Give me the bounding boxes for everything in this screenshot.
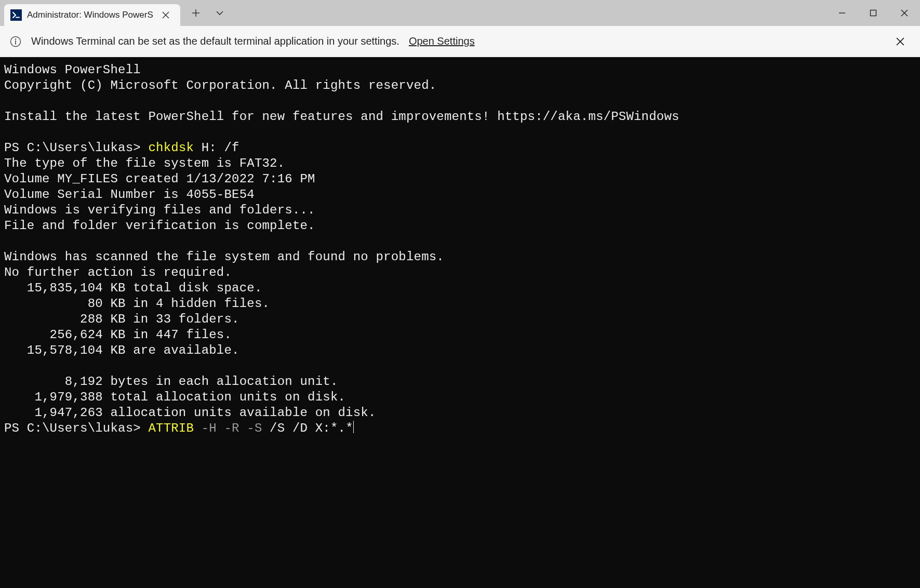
command-args: /S /D X:*.* bbox=[262, 421, 353, 435]
command-name: chkdsk bbox=[148, 141, 194, 155]
svg-point-10 bbox=[15, 38, 16, 39]
terminal-line: File and folder verification is complete… bbox=[4, 218, 916, 234]
terminal-line: PS C:\Users\lukas> chkdsk H: /f bbox=[4, 140, 916, 156]
infobar-message: Windows Terminal can be set as the defau… bbox=[31, 35, 399, 47]
tab-powershell[interactable]: Administrator: Windows PowerS bbox=[4, 4, 180, 26]
terminal-line bbox=[4, 358, 916, 374]
open-settings-link[interactable]: Open Settings bbox=[409, 35, 475, 47]
terminal-line bbox=[4, 234, 916, 249]
terminal-line: 288 KB in 33 folders. bbox=[4, 312, 916, 327]
terminal-line: 80 KB in 4 hidden files. bbox=[4, 296, 916, 312]
svg-rect-6 bbox=[871, 10, 876, 16]
prompt: PS C:\Users\lukas> bbox=[4, 421, 148, 435]
infobar: Windows Terminal can be set as the defau… bbox=[0, 26, 920, 57]
terminal-line: PS C:\Users\lukas> ATTRIB -H -R -S /S /D… bbox=[4, 421, 916, 436]
powershell-icon bbox=[10, 9, 22, 21]
infobar-close-button[interactable] bbox=[890, 31, 911, 52]
window-controls bbox=[826, 0, 920, 26]
window-close-button[interactable] bbox=[889, 0, 920, 26]
terminal-line: Windows is verifying files and folders..… bbox=[4, 203, 916, 218]
terminal-line: Volume MY_FILES created 1/13/2022 7:16 P… bbox=[4, 171, 916, 187]
terminal-line: Windows has scanned the file system and … bbox=[4, 249, 916, 265]
tab-actions bbox=[180, 0, 231, 26]
terminal-line: No further action is required. bbox=[4, 265, 916, 280]
tab-close-button[interactable] bbox=[158, 8, 173, 22]
terminal-line: Install the latest PowerShell for new fe… bbox=[4, 109, 916, 125]
terminal-line: 8,192 bytes in each allocation unit. bbox=[4, 374, 916, 390]
terminal-line: 1,979,388 total allocation units on disk… bbox=[4, 390, 916, 405]
terminal-line: 1,947,263 allocation units available on … bbox=[4, 405, 916, 421]
terminal-line: Windows PowerShell bbox=[4, 62, 916, 78]
terminal-line: Volume Serial Number is 4055-BE54 bbox=[4, 187, 916, 203]
terminal-line bbox=[4, 125, 916, 140]
titlebar-drag-area[interactable] bbox=[231, 0, 826, 26]
terminal-line: The type of the file system is FAT32. bbox=[4, 156, 916, 171]
terminal-line: 15,578,104 KB are available. bbox=[4, 343, 916, 358]
tab-title: Administrator: Windows PowerS bbox=[27, 10, 153, 20]
tabstrip: Administrator: Windows PowerS bbox=[0, 0, 180, 26]
maximize-button[interactable] bbox=[858, 0, 889, 26]
terminal-line: Copyright (C) Microsoft Corporation. All… bbox=[4, 78, 916, 93]
terminal[interactable]: Windows PowerShellCopyright (C) Microsof… bbox=[0, 57, 920, 588]
tab-dropdown-button[interactable] bbox=[208, 2, 231, 24]
info-icon bbox=[9, 35, 22, 48]
prompt: PS C:\Users\lukas> bbox=[4, 141, 148, 155]
command-args: H: /f bbox=[194, 141, 239, 155]
new-tab-button[interactable] bbox=[184, 2, 207, 24]
minimize-button[interactable] bbox=[826, 0, 858, 26]
terminal-line: 256,624 KB in 447 files. bbox=[4, 327, 916, 343]
command-name: ATTRIB bbox=[148, 421, 194, 435]
terminal-line bbox=[4, 93, 916, 109]
terminal-line: 15,835,104 KB total disk space. bbox=[4, 280, 916, 296]
titlebar: Administrator: Windows PowerS bbox=[0, 0, 920, 26]
command-flags: -H -R -S bbox=[194, 421, 262, 435]
cursor bbox=[353, 421, 354, 433]
